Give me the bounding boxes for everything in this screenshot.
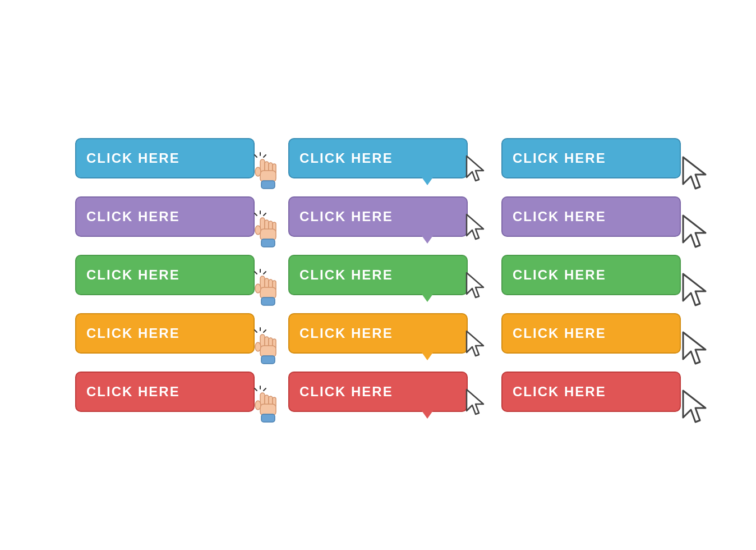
button-label: CLICK HERE <box>513 150 606 166</box>
svg-rect-8 <box>261 181 275 189</box>
svg-marker-22 <box>467 214 483 239</box>
btn-group-green-arrow-small: CLICK HERE <box>288 255 468 295</box>
button-label: CLICK HERE <box>513 326 606 341</box>
click-here-button[interactable]: CLICK HERE <box>501 255 681 295</box>
button-label: CLICK HERE <box>86 267 180 283</box>
btn-group-red-arrow-large: CLICK HERE <box>501 372 681 412</box>
svg-rect-20 <box>261 239 275 247</box>
btn-group-purple-hand: CLICK HERE <box>75 196 255 237</box>
svg-rect-31 <box>260 287 276 299</box>
click-here-button[interactable]: CLICK HERE <box>288 372 468 412</box>
svg-line-14 <box>264 213 266 216</box>
button-label: CLICK HERE <box>86 384 180 400</box>
btn-group-green-arrow-large: CLICK HERE <box>501 255 681 295</box>
svg-line-26 <box>264 272 266 274</box>
arrow-cursor-large-icon <box>681 213 711 255</box>
svg-rect-56 <box>261 414 275 422</box>
btn-group-blue-arrow-large: CLICK HERE <box>501 138 681 178</box>
hand-cursor-icon <box>252 268 284 311</box>
btn-group-blue-arrow-small: CLICK HERE <box>288 138 468 178</box>
svg-marker-11 <box>683 157 706 189</box>
button-label: CLICK HERE <box>513 267 606 283</box>
button-label: CLICK HERE <box>86 326 180 341</box>
btn-group-purple-arrow-large: CLICK HERE <box>501 196 681 237</box>
svg-marker-23 <box>683 216 706 247</box>
arrow-cursor-large-icon <box>681 155 711 196</box>
arrow-cursor-large-icon <box>681 272 711 313</box>
svg-line-12 <box>255 213 257 216</box>
arrow-cursor-large-icon <box>681 330 711 372</box>
svg-rect-32 <box>261 297 275 305</box>
btn-group-green-hand: CLICK HERE <box>75 255 255 295</box>
arrow-cursor-small-icon <box>464 271 489 309</box>
btn-group-red-hand: CLICK HERE <box>75 372 255 412</box>
btn-group-red-arrow-small: CLICK HERE <box>288 372 468 412</box>
click-here-button[interactable]: CLICK HERE <box>75 255 255 295</box>
hand-cursor-icon <box>252 152 284 194</box>
svg-marker-46 <box>467 331 483 356</box>
click-here-button[interactable]: CLICK HERE <box>501 196 681 237</box>
click-here-button[interactable]: CLICK HERE <box>501 138 681 178</box>
svg-line-50 <box>264 388 266 391</box>
click-here-button[interactable]: CLICK HERE <box>75 372 255 412</box>
arrow-cursor-small-icon <box>464 329 489 367</box>
svg-line-36 <box>255 330 257 332</box>
hand-cursor-icon <box>252 327 284 369</box>
btn-group-yellow-arrow-small: CLICK HERE <box>288 313 468 354</box>
arrow-cursor-small-icon <box>464 212 489 250</box>
hand-cursor-icon <box>252 385 284 428</box>
svg-point-45 <box>255 342 261 351</box>
svg-point-33 <box>255 284 261 293</box>
click-here-button[interactable]: CLICK HERE <box>75 313 255 354</box>
btn-group-yellow-hand: CLICK HERE <box>75 313 255 354</box>
svg-point-57 <box>255 401 261 410</box>
button-label: CLICK HERE <box>299 150 393 166</box>
button-label: CLICK HERE <box>513 209 606 224</box>
hand-cursor-icon <box>252 210 284 253</box>
svg-rect-44 <box>261 356 275 364</box>
arrow-cursor-small-icon <box>464 387 489 425</box>
click-here-button[interactable]: CLICK HERE <box>75 138 255 178</box>
svg-point-21 <box>255 226 261 235</box>
arrow-cursor-small-icon <box>464 154 489 192</box>
svg-rect-19 <box>260 229 276 240</box>
svg-line-24 <box>255 272 257 274</box>
click-here-button[interactable]: CLICK HERE <box>501 372 681 412</box>
arrow-cursor-large-icon <box>681 388 711 430</box>
svg-marker-59 <box>683 391 706 422</box>
button-label: CLICK HERE <box>86 150 180 166</box>
btn-group-purple-arrow-small: CLICK HERE <box>288 196 468 237</box>
svg-line-0 <box>255 155 257 157</box>
click-here-button[interactable]: CLICK HERE <box>288 196 468 237</box>
svg-marker-10 <box>467 156 483 181</box>
button-label: CLICK HERE <box>86 209 180 224</box>
svg-point-9 <box>255 167 261 176</box>
button-label: CLICK HERE <box>299 267 393 283</box>
svg-marker-34 <box>467 273 483 297</box>
svg-line-48 <box>255 388 257 391</box>
btn-group-yellow-arrow-large: CLICK HERE <box>501 313 681 354</box>
button-grid: CLICK HERE <box>53 116 703 434</box>
button-label: CLICK HERE <box>299 326 393 341</box>
svg-rect-55 <box>260 404 276 415</box>
click-here-button[interactable]: CLICK HERE <box>288 255 468 295</box>
svg-line-38 <box>264 330 266 332</box>
svg-rect-43 <box>260 346 276 357</box>
click-here-button[interactable]: CLICK HERE <box>75 196 255 237</box>
click-here-button[interactable]: CLICK HERE <box>288 313 468 354</box>
button-label: CLICK HERE <box>299 209 393 224</box>
button-label: CLICK HERE <box>299 384 393 400</box>
svg-marker-47 <box>683 332 706 364</box>
btn-group-blue-hand: CLICK HERE <box>75 138 255 178</box>
svg-rect-7 <box>260 171 276 182</box>
button-label: CLICK HERE <box>513 384 606 400</box>
click-here-button[interactable]: CLICK HERE <box>288 138 468 178</box>
svg-marker-35 <box>683 274 706 305</box>
svg-line-2 <box>264 155 266 157</box>
svg-marker-58 <box>467 389 483 414</box>
click-here-button[interactable]: CLICK HERE <box>501 313 681 354</box>
